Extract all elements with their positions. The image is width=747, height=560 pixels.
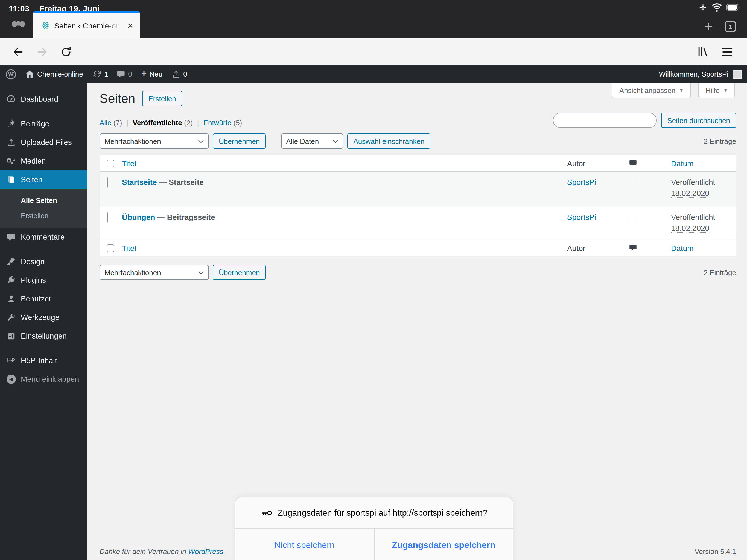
bulk-actions-select-bottom[interactable]: Mehrfachaktionen (100, 265, 209, 280)
column-title-sort[interactable]: Titel (122, 244, 567, 252)
sidebar-item-label: Plugins (21, 276, 46, 284)
plugin-icon (5, 275, 17, 285)
column-title-sort[interactable]: Titel (122, 159, 567, 168)
column-date-sort[interactable]: Datum (671, 159, 736, 168)
add-new-page-button[interactable]: Erstellen (142, 91, 182, 106)
sidebar-item-uploaded-files[interactable]: Uploaded Files (0, 133, 87, 152)
submenu-all-pages[interactable]: Alle Seiten (0, 193, 87, 208)
tab-count-button[interactable]: 1 (725, 21, 736, 32)
comments-cell: — (628, 172, 671, 207)
admin-bar-updates[interactable]: 1 (93, 70, 108, 79)
status-filter-links: Alle (7) | Veröffentlichte (2) | Entwürf… (100, 119, 242, 127)
sidebar-item-plugins[interactable]: Plugins (0, 271, 87, 289)
status-icons (698, 3, 741, 12)
column-comments-icon[interactable] (628, 159, 638, 168)
apply-button-bottom[interactable]: Übernehmen (213, 265, 266, 280)
caret-down-icon: ▼ (679, 88, 684, 93)
search-input[interactable] (553, 113, 657, 128)
filter-button[interactable]: Auswahl einschränken (347, 133, 430, 149)
filter-published-link[interactable]: Veröffentlichte (2) (133, 119, 193, 127)
table-header-row: Titel Autor Datum (100, 155, 736, 172)
page-title-link[interactable]: Übungen (122, 213, 155, 222)
sidebar-item-h5p[interactable]: H-P H5P-Inhalt (0, 351, 87, 370)
table-row: Übungen — Beitragsseite SportsPi — Veröf… (100, 207, 736, 239)
search-pages-button[interactable]: Seiten durchsuchen (661, 113, 736, 128)
browser-tab[interactable]: Seiten ‹ Chemie-onli ✕ (33, 11, 140, 38)
select-all-checkbox[interactable] (107, 159, 114, 167)
pages-table: Titel Autor Datum Startseite — Startseit… (100, 155, 736, 256)
upload-tray-icon (172, 70, 180, 78)
new-tab-button[interactable]: + (699, 17, 719, 36)
publish-date: 18.02.2020 (671, 224, 709, 233)
filter-drafts-link[interactable]: Entwürfe (5) (203, 119, 242, 127)
admin-bar-comments[interactable]: 0 (117, 70, 132, 78)
wrench-icon (5, 312, 17, 323)
avatar[interactable] (733, 70, 742, 78)
wordpress-link[interactable]: WordPress (188, 548, 223, 556)
battery-icon (726, 4, 741, 11)
page-state: — Startseite (159, 178, 203, 186)
user-icon (5, 293, 17, 304)
filter-all-link[interactable]: Alle (7) (100, 119, 122, 127)
sidebar-item-label: H5P-Inhalt (21, 356, 57, 365)
library-icon[interactable] (696, 44, 711, 59)
forward-button[interactable] (34, 44, 49, 59)
sidebar-item-dashboard[interactable]: Dashboard (0, 90, 87, 108)
row-checkbox[interactable] (107, 177, 108, 187)
sidebar-item-media[interactable]: Medien (0, 152, 87, 170)
sidebar-item-comments[interactable]: Kommentare (0, 228, 87, 246)
apply-button[interactable]: Übernehmen (213, 133, 266, 149)
wordpress-logo-icon[interactable] (5, 69, 17, 80)
select-all-checkbox[interactable] (107, 244, 114, 252)
filter-separator: | (197, 119, 199, 127)
dont-save-button[interactable]: Nicht speichern (235, 529, 374, 560)
new-label: Neu (149, 70, 162, 78)
media-icon (5, 155, 17, 166)
collapse-menu-button[interactable]: ◀ Menü einklappen (0, 370, 87, 388)
sidebar-item-pages[interactable]: Seiten (0, 170, 87, 189)
sidebar-item-users[interactable]: Benutzer (0, 289, 87, 308)
sidebar-item-label: Einstellungen (21, 331, 67, 340)
save-credentials-button[interactable]: Zugangsdaten speichern (374, 529, 513, 560)
sidebar-item-settings[interactable]: Einstellungen (0, 327, 87, 345)
menu-spacer (0, 83, 87, 90)
screen-options-tab[interactable]: Ansicht anpassen ▼ (612, 83, 691, 98)
admin-bar-uploads[interactable]: 0 (172, 70, 187, 78)
browser-chrome-top: 11:03 Freitag 19. Juni Seiten ‹ Chemie-o… (0, 0, 747, 38)
footer-version: Version 5.4.1 (695, 548, 736, 556)
airplane-icon (698, 3, 707, 12)
welcome-text[interactable]: Willkommen, SportsPi (659, 70, 728, 78)
collapse-arrow-icon: ◀ (5, 374, 17, 384)
submenu-create-page[interactable]: Erstellen (0, 208, 87, 223)
column-comments-icon[interactable] (628, 244, 638, 253)
admin-bar-site-menu[interactable]: Chemie-online (25, 70, 83, 79)
column-date-sort[interactable]: Datum (671, 244, 736, 252)
date-filter-select[interactable]: Alle Daten (281, 133, 343, 149)
site-name: Chemie-online (37, 70, 83, 78)
sidebar-item-design[interactable]: Design (0, 252, 87, 271)
author-link[interactable]: SportsPi (567, 178, 596, 186)
caret-down-icon: ▼ (723, 88, 728, 93)
reload-button[interactable] (58, 44, 73, 59)
author-link[interactable]: SportsPi (567, 213, 596, 222)
author-cell: SportsPi (567, 172, 628, 207)
wp-admin-bar: Chemie-online 1 0 + Neu 0 Willkommen, Sp… (0, 65, 747, 83)
gauge-icon (5, 94, 17, 104)
sidebar-item-posts[interactable]: Beiträge (0, 114, 87, 133)
back-button[interactable] (10, 44, 25, 59)
admin-bar-new[interactable]: + Neu (141, 70, 163, 78)
sidebar-item-tools[interactable]: Werkzeuge (0, 308, 87, 327)
menu-hamburger-icon[interactable] (720, 44, 735, 59)
bulk-actions-select[interactable]: Mehrfachaktionen (100, 133, 209, 149)
page-title: Seiten (100, 91, 135, 106)
tab-close-icon[interactable]: ✕ (126, 21, 134, 30)
items-count: 2 Einträge (703, 137, 736, 146)
private-browsing-mask-icon[interactable] (11, 20, 26, 31)
menu-separator (0, 246, 87, 252)
help-tab[interactable]: Hilfe ▼ (698, 83, 735, 98)
page-title-link[interactable]: Startseite (122, 178, 157, 186)
row-checkbox[interactable] (107, 212, 108, 223)
comments-cell: — (628, 207, 671, 239)
sidebar-item-label: Beiträge (21, 119, 49, 128)
table-footer-row: Titel Autor Datum (100, 239, 736, 256)
